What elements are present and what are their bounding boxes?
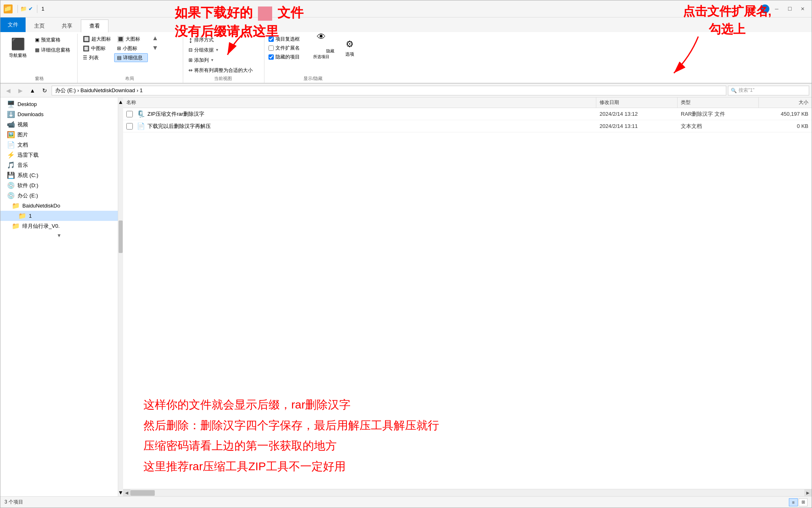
sidebar-item-drive-d[interactable]: 💿 软件 (D:)	[0, 180, 118, 190]
quick-access-new-folder[interactable]: 📁	[20, 6, 27, 12]
hide-selected-button[interactable]: 👁 隐藏 所选项目	[305, 35, 338, 61]
back-button[interactable]: ◀	[3, 85, 13, 96]
item-checkbox-input[interactable]	[269, 37, 274, 42]
extra-large-icons-button[interactable]: 🔲 超大图标	[80, 35, 114, 43]
address-path[interactable]: 办公 (E:) › BaiduNetdiskDownload › 1	[52, 86, 726, 95]
col-header-name[interactable]: 名称	[123, 97, 596, 108]
sidebar-item-pictures[interactable]: 🖼️ 图片	[0, 130, 118, 140]
tab-file[interactable]: 文件	[0, 17, 26, 32]
sidebar-item-label-downloads: Downloads	[17, 111, 43, 117]
file-cell-size-1: 450,197 KB	[759, 110, 812, 118]
file-extensions-input[interactable]	[269, 45, 274, 51]
preview-pane-button[interactable]: ▣ 预览窗格	[32, 35, 73, 44]
sidebar-item-label-documents: 文档	[17, 141, 28, 149]
fit-columns-button[interactable]: ⇔ 将所有列调整为合适的大小	[186, 66, 256, 75]
group-by-button[interactable]: ⊟ 分组依据 ▼	[186, 45, 222, 54]
sidebar-item-folder1[interactable]: 📁 1	[0, 211, 118, 221]
file-row-checkbox-1[interactable]	[126, 111, 133, 117]
sidebar-scroll-down-btn[interactable]: ▾	[118, 488, 123, 496]
minimize-button[interactable]: ─	[771, 4, 782, 13]
col-header-size[interactable]: 大小	[759, 97, 812, 108]
scroll-left-button[interactable]: ◀	[123, 489, 130, 497]
pin-button[interactable]: 📌	[748, 4, 757, 13]
scroll-right-button[interactable]: ▶	[804, 489, 812, 497]
add-col-icon: ⊞	[188, 57, 193, 63]
file-row-checkbox-2[interactable]	[126, 123, 133, 130]
ribbon-layout-content: 🔲 超大图标 🔳 大图标 🔲 中图标	[80, 34, 160, 75]
sidebar-scroll-up-btn[interactable]: ▴	[118, 97, 123, 106]
help-button[interactable]: ?	[760, 4, 769, 13]
layout-scroll-down[interactable]: ▼	[150, 43, 160, 52]
horizontal-scrollbar[interactable]: ◀ ▶	[123, 489, 812, 496]
small-label: 小图标	[123, 45, 137, 52]
list-button[interactable]: ☰ 列表	[80, 53, 114, 62]
medium-icons-button[interactable]: 🔲 中图标	[80, 44, 114, 53]
address-bar: ◀ ▶ ▲ ↻ 办公 (E:) › BaiduNetdiskDownload ›…	[0, 84, 812, 97]
ribbon-tabs: 文件 主页 共享 查看	[0, 17, 812, 32]
search-box[interactable]: 🔍 搜索"1"	[728, 86, 809, 95]
sidebar-item-desktop[interactable]: 🖥️ Desktop	[0, 99, 118, 109]
add-columns-button[interactable]: ⊞ 添加列 ▼	[186, 56, 217, 65]
sidebar-scrollbar[interactable]: ▴ ▾	[118, 97, 123, 496]
sidebar-scroll-down[interactable]: ▼	[57, 233, 62, 238]
ribbon-group-panes: ⬛ 导航窗格 ▣ 预览窗格 ▦ 详细信息窗格	[3, 34, 78, 83]
annotation-line3: 压缩密码请看上边的第一张获取的地方	[143, 436, 791, 456]
sidebar-item-downloads[interactable]: ⬇️ Downloads	[0, 109, 118, 119]
sidebar-item-baidu[interactable]: 📁 BaiduNetdiskDo	[0, 201, 118, 211]
col-size-text: 大小	[799, 99, 808, 105]
up-button[interactable]: ▲	[27, 85, 38, 96]
details-pane-button[interactable]: ▦ 详细信息窗格	[32, 45, 73, 54]
forward-button[interactable]: ▶	[15, 85, 26, 96]
details-label2: 详细信息	[123, 54, 143, 61]
small-icons-button[interactable]: ⊞ 小图标	[114, 44, 148, 53]
close-button[interactable]: ✕	[797, 4, 808, 13]
title-bar-separator2	[37, 5, 37, 13]
sort-by-button[interactable]: ↕ 排序方式	[186, 35, 217, 44]
quick-access-check[interactable]: ✔	[28, 6, 33, 12]
sidebar-scroll-track[interactable]	[118, 106, 123, 488]
annotation-line1: 这样你的文件就会显示后缀，rar删除汉字	[143, 395, 791, 415]
table-row[interactable]: 📄 下载完以后删除汉字再解压 2024/2/14 13:11 文本文档 0 KB	[123, 120, 812, 132]
sidebar-item-game[interactable]: 📁 绯月仙行录_V0.	[0, 221, 118, 231]
file-cell-size-2: 0 KB	[759, 122, 812, 130]
scroll-thumb[interactable]	[130, 490, 155, 496]
tab-view[interactable]: 查看	[81, 19, 108, 32]
refresh-button[interactable]: ↻	[39, 85, 50, 96]
sidebar-item-xunlei[interactable]: ⚡ 迅雷下载	[0, 150, 118, 160]
panes-group-label: 窗格	[5, 75, 73, 83]
col-header-date[interactable]: 修改日期	[596, 97, 678, 108]
hidden-items-input[interactable]	[269, 54, 274, 60]
tab-share[interactable]: 共享	[53, 19, 81, 32]
options-button[interactable]: ⚙ 选项	[340, 35, 359, 61]
sidebar-item-drive-c[interactable]: 💾 系统 (C:)	[0, 170, 118, 180]
nav-pane-button[interactable]: ⬛ 导航窗格	[5, 35, 30, 61]
restore-button[interactable]: ☐	[784, 4, 795, 13]
table-row[interactable]: 🗜️ ZIP压缩文件rar删除汉字 2024/2/14 13:12 RAR删除汉…	[123, 108, 812, 120]
item-checkbox-check[interactable]: 项目复选框	[267, 35, 301, 43]
layout-scroll-up[interactable]: ▲	[150, 34, 160, 43]
sidebar-item-videos[interactable]: 📹 视频	[0, 119, 118, 130]
scroll-track[interactable]	[130, 489, 804, 497]
file-date-2: 2024/2/14 13:11	[600, 123, 638, 129]
large-icons-button[interactable]: 🔳 大图标	[114, 35, 148, 43]
status-details-view[interactable]: ≡	[789, 498, 798, 506]
preview-label: 预览窗格	[41, 37, 61, 43]
file-extensions-check[interactable]: 文件扩展名	[267, 44, 301, 52]
hidden-items-check[interactable]: 隐藏的项目	[267, 53, 301, 61]
sidebar-item-drive-e[interactable]: 💿 办公 (E:)	[0, 190, 118, 201]
status-large-view[interactable]: ⊞	[799, 498, 808, 506]
tab-home[interactable]: 主页	[26, 19, 53, 32]
col-header-type[interactable]: 类型	[678, 97, 759, 108]
sidebar-item-music[interactable]: 🎵 音乐	[0, 160, 118, 170]
fit-col-icon: ⇔	[188, 67, 193, 73]
details-button[interactable]: ▤ 详细信息	[114, 53, 148, 62]
nav-pane-icon: ⬛	[11, 37, 25, 51]
file-size-1: 450,197 KB	[781, 111, 808, 117]
ribbon-panes-content: ⬛ 导航窗格 ▣ 预览窗格 ▦ 详细信息窗格	[5, 34, 73, 75]
group-arrow: ▼	[215, 48, 219, 52]
sidebar-scroll-thumb[interactable]	[119, 220, 123, 253]
sidebar-item-documents[interactable]: 📄 文档	[0, 140, 118, 150]
music-icon: 🎵	[7, 161, 15, 169]
nav-pane-label: 导航窗格	[9, 52, 27, 58]
title-bar: 📁 📁 ✔ 1 📌 ? ─ ☐ ✕	[0, 0, 812, 17]
